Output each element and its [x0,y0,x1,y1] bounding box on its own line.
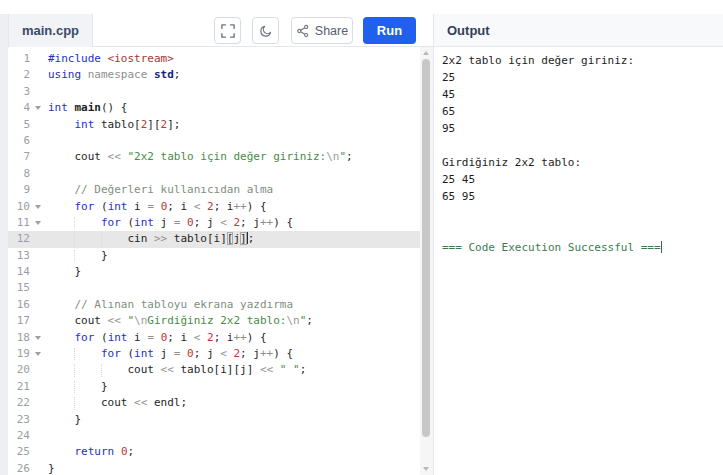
code-line: 17 cout << "\nGirdiğiniz 2x2 tablo:\n"; [0,313,420,329]
execution-status-text: === Code Execution Successful === [442,241,661,254]
output-line: 25 [442,69,723,86]
code-line: 22 cout << endl; [0,395,420,411]
code-line: 11 for (int j = 0; j < 2; j++) { [0,215,420,231]
indent-guide [74,233,75,245]
code-line: 13 } [0,248,420,264]
indent-guide [101,233,102,245]
code-line: 6 [0,133,420,149]
code-line: 23 } [0,412,420,428]
tab-label: main.cpp [22,23,79,38]
indent-guide [74,250,75,262]
fullscreen-icon [221,24,235,38]
fold-arrow-icon[interactable] [30,330,48,346]
editor-left-margin [0,14,8,475]
code-line: 14 } [0,264,420,280]
code-line: 25 return 0; [0,444,420,460]
code-line: 21 } [0,379,420,395]
indent-guide [74,364,75,376]
code-line: 20 cout << tablo[i][j] << " "; [0,362,420,378]
output-console[interactable]: 2x2 tablo için değer giriniz:25456595Gir… [433,47,723,475]
share-icon [296,24,310,38]
output-line: 65 95 [442,188,723,205]
execution-status-line: === Code Execution Successful === [442,239,723,256]
dark-mode-button[interactable] [252,17,279,44]
fold-arrow-icon[interactable] [30,346,48,362]
output-line: Girdiğiniz 2x2 tablo: [442,154,723,171]
run-label: Run [377,23,402,38]
share-label: Share [315,24,348,38]
output-line: 65 [442,103,723,120]
code-lines: 1#include <iostream>2using namespace std… [0,51,420,475]
indent-guide [74,217,75,229]
code-line: 2using namespace std; [0,67,420,83]
code-line: 4int main() { [0,100,420,116]
output-line: 25 45 [442,171,723,188]
scroll-up-icon[interactable] [423,51,429,55]
code-line: 9 // Değerleri kullanıcıdan alma [0,182,420,198]
fold-arrow-icon[interactable] [30,100,48,116]
moon-icon [259,24,273,38]
terminal-cursor [661,241,662,253]
code-line: 1#include <iostream> [0,51,420,67]
indent-guide [74,348,75,360]
code-line: 15 [0,280,420,296]
output-line [442,205,723,222]
code-line: 16 // Alınan tabloyu ekrana yazdırma [0,297,420,313]
code-line: 19 for (int j = 0; j < 2; j++) { [0,346,420,362]
code-line: 10 for (int i = 0; i < 2; i++) { [0,199,420,215]
output-line [442,222,723,239]
editor-scrollbar[interactable] [420,47,433,475]
fold-arrow-icon[interactable] [30,215,48,231]
fullscreen-button[interactable] [214,17,241,44]
scrollbar-thumb[interactable] [422,59,430,437]
code-line: 3 [0,84,420,100]
run-button[interactable]: Run [363,17,416,44]
tab-main-cpp[interactable]: main.cpp [8,14,93,47]
code-line: 5 int tablo[2][2]; [0,117,420,133]
code-line: 24 [0,428,420,444]
indent-guide [74,381,75,393]
output-lines: 2x2 tablo için değer giriniz:25456595Gir… [442,52,723,256]
share-button[interactable]: Share [291,17,353,44]
code-line: 18 for (int i = 0; i < 2; i++) { [0,330,420,346]
output-line: 2x2 tablo için değer giriniz: [442,52,723,69]
scroll-down-icon[interactable] [423,467,429,471]
code-editor[interactable]: 1#include <iostream>2using namespace std… [0,47,420,475]
code-line: 12 cin >> tablo[i][j]; [0,231,420,247]
output-line [442,137,723,154]
editor-toolbar: main.cpp Share Run [0,0,433,47]
output-line: 95 [442,120,723,137]
output-header: Output [433,14,723,47]
code-line: 8 [0,166,420,182]
code-line: 26} [0,461,420,475]
code-line: 7 cout << "2x2 tablo için değer giriniz:… [0,149,420,165]
output-title: Output [447,23,490,38]
fold-arrow-icon[interactable] [30,199,48,215]
indent-guide [101,364,102,376]
indent-guide [74,397,75,409]
output-line: 45 [442,86,723,103]
